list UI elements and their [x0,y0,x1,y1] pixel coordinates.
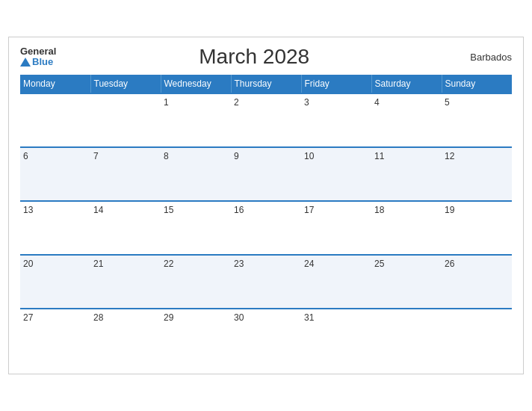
day-number: 1 [164,97,228,108]
calendar-cell: 20 [20,255,90,309]
calendar-header: General Blue March 2028 Barbados [20,45,512,69]
calendar-cell: 28 [90,309,161,362]
calendar-cell: 17 [301,201,371,255]
country-label: Barbados [452,52,512,63]
calendar-cell: 22 [161,255,231,309]
calendar-cell [20,93,90,147]
weekday-friday: Friday [301,75,371,93]
weekday-wednesday: Wednesday [161,75,231,93]
logo-blue-bar: Blue [20,56,53,67]
day-number: 15 [164,205,228,215]
day-number: 17 [304,205,368,215]
day-number: 4 [374,97,439,108]
calendar-cell: 30 [231,309,301,362]
calendar-cell: 25 [371,255,442,309]
weekday-monday: Monday [20,75,90,93]
day-number: 12 [445,151,509,161]
day-number: 8 [164,151,228,161]
weekday-header-row: MondayTuesdayWednesdayThursdayFridaySatu… [20,75,512,93]
day-number: 19 [445,205,509,215]
calendar-cell: 26 [442,255,512,309]
weekday-sunday: Sunday [442,75,512,93]
calendar-week-5: 2728293031 [20,309,512,362]
logo-general-text: General [20,46,56,56]
day-number: 30 [234,312,298,323]
calendar-cell: 16 [231,201,301,255]
weekday-saturday: Saturday [371,75,442,93]
day-number: 18 [374,205,439,215]
calendar-cell: 19 [442,201,512,255]
calendar-week-3: 13141516171819 [20,201,512,255]
calendar-cell: 21 [90,255,161,309]
day-number: 28 [93,312,158,323]
day-number: 7 [93,151,158,161]
calendar-cell: 11 [371,147,442,201]
day-number: 14 [93,205,158,215]
day-number: 2 [234,97,298,108]
day-number: 3 [304,97,368,108]
day-number: 23 [234,259,298,269]
weekday-thursday: Thursday [231,75,301,93]
day-number: 24 [304,259,368,269]
day-number: 10 [304,151,368,161]
calendar-cell: 15 [161,201,231,255]
day-number: 22 [164,259,228,269]
day-number: 20 [23,259,87,269]
calendar-cell: 3 [301,93,371,147]
calendar-week-4: 20212223242526 [20,255,512,309]
day-number: 25 [374,259,439,269]
day-number: 26 [445,259,509,269]
calendar-cell: 14 [90,201,161,255]
calendar-title: March 2028 [56,45,452,69]
calendar-cell: 4 [371,93,442,147]
calendar-cell [90,93,161,147]
calendar-cell [442,309,512,362]
calendar-cell: 6 [20,147,90,201]
weekday-tuesday: Tuesday [90,75,161,93]
calendar-cell: 9 [231,147,301,201]
logo-blue-text: Blue [32,56,53,67]
calendar-cell: 10 [301,147,371,201]
day-number: 5 [445,97,509,108]
day-number: 9 [234,151,298,161]
calendar-cell: 1 [161,93,231,147]
calendar-cell: 7 [90,147,161,201]
calendar-cell: 5 [442,93,512,147]
day-number: 29 [164,312,228,323]
day-number: 6 [23,151,87,161]
day-number: 31 [304,312,368,323]
calendar-cell: 18 [371,201,442,255]
calendar-container: General Blue March 2028 Barbados MondayT… [8,37,524,374]
calendar-cell: 27 [20,309,90,362]
calendar-cell: 12 [442,147,512,201]
day-number: 16 [234,205,298,215]
day-number: 11 [374,151,439,161]
calendar-cell: 13 [20,201,90,255]
calendar-cell: 23 [231,255,301,309]
day-number: 13 [23,205,87,215]
calendar-cell [371,309,442,362]
day-number: 21 [93,259,158,269]
day-number: 27 [23,312,87,323]
calendar-grid: MondayTuesdayWednesdayThursdayFridaySatu… [20,75,512,362]
calendar-cell: 31 [301,309,371,362]
calendar-cell: 24 [301,255,371,309]
logo: General Blue [20,46,56,67]
logo-triangle-icon [20,58,31,67]
calendar-week-1: 12345 [20,93,512,147]
calendar-cell: 2 [231,93,301,147]
calendar-week-2: 6789101112 [20,147,512,201]
calendar-cell: 29 [161,309,231,362]
calendar-cell: 8 [161,147,231,201]
